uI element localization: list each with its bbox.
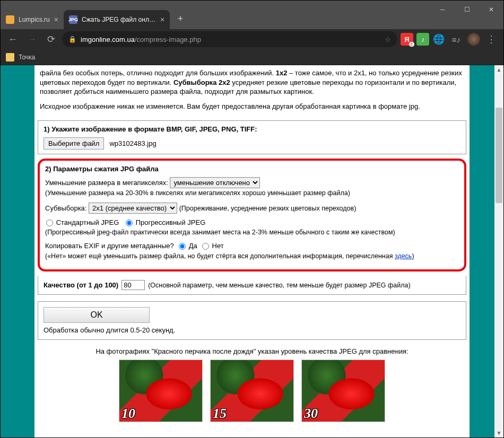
ok-button[interactable]: OK <box>44 307 150 323</box>
quality-row: Качество (от 1 до 100) (Основной парамет… <box>38 276 466 295</box>
step1-box: 1) Укажите изображение в формате BMP, GI… <box>38 120 466 154</box>
scroll-up-button[interactable]: ▲ <box>494 65 503 74</box>
forward-button[interactable]: → <box>24 31 40 47</box>
scroll-down-button[interactable]: ▼ <box>494 428 503 437</box>
viewport: файла без особых потерь, отлично подходи… <box>1 65 503 437</box>
jpeg-progressive-radio[interactable]: Прогрессивный JPEG <box>125 218 205 226</box>
megapixel-label: Уменьшение размера в мегапикселях: <box>45 179 168 187</box>
step2-title: 2) Параметры сжатия JPG файла <box>45 165 459 173</box>
url-field[interactable]: 🔒 imgonline.com.ua/compress-image.php ☆ <box>62 31 397 47</box>
profile-avatar[interactable] <box>467 33 480 46</box>
quality-label: Качество (от 1 до 100) <box>44 281 118 289</box>
extension-globe[interactable]: 🌐 <box>432 33 445 46</box>
folder-icon <box>6 53 14 62</box>
exif-label: Копировать EXIF и другие метаданные? <box>45 242 174 250</box>
step2-box: 2) Параметры сжатия JPG файла Уменьшение… <box>38 159 466 271</box>
subsample-select[interactable]: 2x1 (среднее качество) <box>89 203 177 214</box>
tab-imgonline[interactable]: JPG Сжать JPEG файл онлайн - IMG × <box>64 10 170 29</box>
extension-music[interactable]: ♪ <box>416 33 429 46</box>
tab-close-icon[interactable]: × <box>160 15 164 24</box>
megapixel-note: (Уменьшение размера на 20-30% в пикселях… <box>45 189 350 197</box>
scrollbar[interactable]: ▲ ▼ <box>494 65 503 437</box>
star-icon[interactable]: ☆ <box>385 36 391 43</box>
tab-title: Сжать JPEG файл онлайн - IMG <box>82 16 156 23</box>
bookmark-item[interactable]: Точка <box>19 54 35 61</box>
exif-here-link[interactable]: здесь <box>395 252 412 260</box>
compare-caption: На фотографиях "Красного перчика после д… <box>38 347 466 355</box>
thumb-q10: 10 <box>119 360 203 422</box>
jpeg-standard-radio[interactable]: Стандартный JPEG <box>45 218 119 226</box>
close-button[interactable]: ✕ <box>479 1 503 19</box>
favicon-lumpics <box>6 15 14 24</box>
thumbnails: 10 15 30 <box>38 360 466 422</box>
step1-title: 1) Укажите изображение в формате BMP, GI… <box>44 125 460 133</box>
jpeg-note: (Прогрессивный jpeg-файл практически все… <box>45 229 395 236</box>
bookmarks-bar: Точка <box>1 49 503 65</box>
browser-window: Lumpics.ru × JPG Сжать JPEG файл онлайн … <box>0 0 504 438</box>
choose-file-button[interactable]: Выберите файл <box>44 137 104 150</box>
address-bar: ← → ⟳ 🔒 imgonline.com.ua/compress-image.… <box>1 29 503 49</box>
quality-note: (Основной параметр, чем меньше качество,… <box>148 282 411 289</box>
submit-box: OK Обработка обычно длится 0.5-20 секунд… <box>38 301 466 340</box>
tab-close-icon[interactable]: × <box>54 15 58 24</box>
tab-lumpics[interactable]: Lumpics.ru × <box>1 10 64 29</box>
tab-title: Lumpics.ru <box>19 16 50 23</box>
subsample-label: Субвыборка: <box>45 204 86 212</box>
url-domain: imgonline.com.ua <box>81 36 135 43</box>
menu-button[interactable]: ⋮ <box>483 31 499 47</box>
playlist-icon[interactable]: ≡♪ <box>448 31 464 47</box>
exif-no-radio[interactable]: Нет <box>201 242 224 250</box>
favicon-imgonline: JPG <box>69 15 77 24</box>
processing-hint: Обработка обычно длится 0.5-20 секунд. <box>44 326 460 334</box>
subsample-note: (Прореживание, усреднение резких цветовы… <box>179 205 357 212</box>
thumb-q15: 15 <box>210 360 294 422</box>
extension-yandex[interactable]: Я <box>401 33 413 46</box>
new-tab-button[interactable]: + <box>173 11 188 26</box>
page-content: файла без особых потерь, отлично подходи… <box>34 65 470 437</box>
back-button[interactable]: ← <box>5 31 21 47</box>
lock-icon: 🔒 <box>68 36 76 43</box>
scroll-thumb[interactable] <box>496 108 502 203</box>
maximize-button[interactable]: ☐ <box>455 1 479 19</box>
url-path: /compress-image.php <box>135 36 201 43</box>
intro-text: файла без особых потерь, отлично подходи… <box>38 68 466 116</box>
reload-button[interactable]: ⟳ <box>43 31 59 47</box>
megapixel-select[interactable]: уменьшение отключено <box>170 177 260 188</box>
exif-yes-radio[interactable]: Да <box>178 242 197 250</box>
thumb-q30: 30 <box>301 360 385 422</box>
titlebar: Lumpics.ru × JPG Сжать JPEG файл онлайн … <box>1 1 503 29</box>
minimize-button[interactable]: ─ <box>430 1 455 19</box>
window-controls: ─ ☐ ✕ <box>430 1 503 29</box>
quality-input[interactable] <box>121 280 145 290</box>
chosen-filename: wp3102483.jpg <box>109 139 156 147</box>
